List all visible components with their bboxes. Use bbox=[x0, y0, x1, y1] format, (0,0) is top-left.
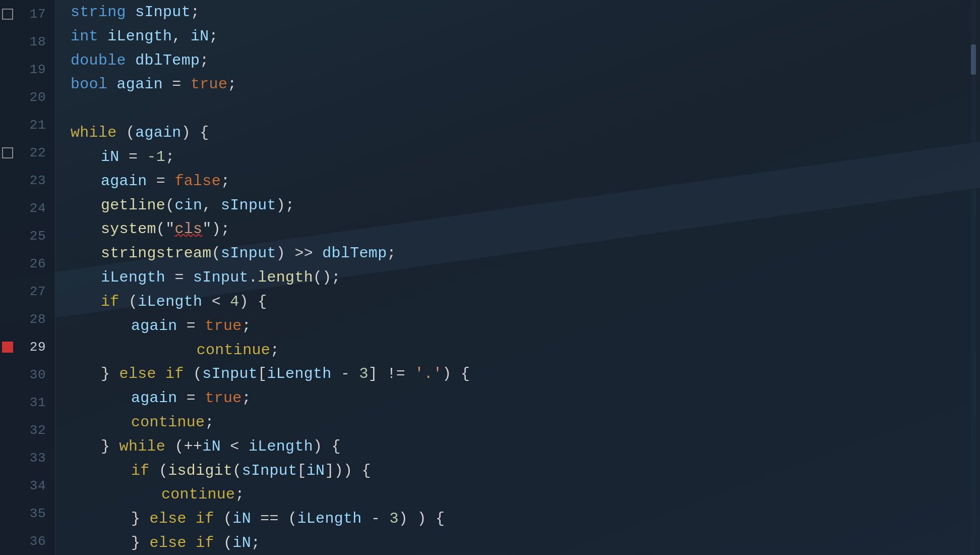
code-line-17: string sInput ; bbox=[71, 0, 980, 24]
token-continue-1: continue bbox=[197, 342, 270, 359]
code-line-26: system ( "cls" ); bbox=[71, 217, 980, 241]
code-line-22: while ( again ) { bbox=[71, 121, 980, 145]
code-line-23: iN = -1 ; bbox=[71, 145, 980, 169]
token-again-2: again bbox=[135, 124, 181, 141]
token-if-2: if bbox=[131, 462, 150, 479]
token-iN-5: iN bbox=[232, 510, 251, 527]
token-again-4: again bbox=[131, 317, 177, 335]
line-17: 17 bbox=[0, 0, 55, 28]
token-again-5: again bbox=[131, 390, 177, 407]
line-36: 36 bbox=[0, 527, 55, 555]
line-19: 19 bbox=[0, 56, 55, 83]
token-iLength: iLength bbox=[107, 28, 172, 45]
code-line-31: continue ; bbox=[71, 338, 980, 362]
line-20: 20 bbox=[0, 83, 55, 111]
token-while-2: while bbox=[119, 438, 166, 455]
token-iN-6: iN bbox=[232, 534, 251, 551]
token-sInput-5: sInput bbox=[202, 365, 258, 382]
token-bool: bool bbox=[71, 76, 107, 93]
token-continue-3: continue bbox=[161, 486, 235, 503]
line-28: 28 bbox=[0, 305, 55, 333]
line-32: 32 bbox=[0, 416, 55, 444]
token-continue-2: continue bbox=[131, 414, 205, 431]
token-iN: iN bbox=[191, 28, 209, 45]
code-line-24: again = false ; bbox=[71, 169, 980, 193]
token-iN-4: iN bbox=[307, 462, 325, 479]
bookmark-22 bbox=[2, 147, 13, 158]
token-else-2: else bbox=[150, 534, 187, 551]
line-27: 27 bbox=[0, 278, 55, 305]
line-number-gutter: 17 18 19 20 21 22 23 24 25 26 27 bbox=[0, 0, 55, 555]
token-true-1: true bbox=[191, 76, 227, 93]
token-sInput-2: sInput bbox=[221, 197, 276, 214]
editor-container: 17 18 19 20 21 22 23 24 25 26 27 bbox=[0, 0, 980, 555]
token-3b: 3 bbox=[390, 510, 399, 527]
token-4: 4 bbox=[230, 293, 239, 310]
token-if-1: if bbox=[101, 293, 119, 310]
token-cls: cls bbox=[174, 220, 202, 238]
line-25: 25 bbox=[0, 222, 55, 250]
token-int: int bbox=[71, 28, 98, 45]
code-line-34: continue ; bbox=[71, 410, 980, 434]
line-29: 29 bbox=[0, 333, 55, 361]
token-iN-2: iN bbox=[101, 148, 119, 165]
token-dblTemp: dblTemp bbox=[135, 52, 200, 69]
code-line-36: if ( isdigit ( sInput [ iN ])) { bbox=[71, 459, 980, 483]
breakpoint-29[interactable] bbox=[2, 342, 13, 353]
token-system: system bbox=[101, 220, 156, 238]
token-sInput-3: sInput bbox=[221, 245, 276, 262]
token-length: length bbox=[258, 269, 313, 286]
token-iLength-5: iLength bbox=[249, 438, 313, 455]
code-line-19: double dblTemp ; bbox=[71, 48, 980, 73]
code-line-38: } else if ( iN == ( iLength - 3 ) ) { bbox=[71, 507, 980, 531]
token-string: string bbox=[71, 4, 126, 21]
token-double: double bbox=[71, 52, 126, 69]
code-line-39: } else if ( iN ; bbox=[71, 531, 980, 555]
code-line-37: continue ; bbox=[71, 483, 980, 507]
code-line-21 bbox=[71, 96, 980, 121]
line-22: 22 bbox=[0, 139, 55, 166]
line-33: 33 bbox=[0, 444, 55, 472]
token-true-3: true bbox=[205, 390, 241, 407]
token-getline: getline bbox=[101, 197, 165, 214]
line-30: 30 bbox=[0, 361, 55, 388]
code-line-20: bool again = true ; bbox=[71, 72, 980, 96]
line-26: 26 bbox=[0, 250, 55, 278]
token-iLength-6: iLength bbox=[297, 510, 361, 527]
token-again-3: again bbox=[101, 173, 147, 190]
token-else-if-1: else if bbox=[119, 365, 184, 382]
line-23: 23 bbox=[0, 166, 55, 194]
token-sInput-6: sInput bbox=[242, 462, 297, 479]
token-sInput: sInput bbox=[135, 4, 191, 21]
token-dblTemp-2: dblTemp bbox=[322, 245, 387, 262]
code-line-28: iLength = sInput . length (); bbox=[71, 265, 980, 290]
line-34: 34 bbox=[0, 472, 55, 500]
token-dot-char: '.' bbox=[414, 365, 442, 382]
token-iN-3: iN bbox=[202, 438, 221, 455]
line-18: 18 bbox=[0, 28, 55, 56]
line-31: 31 bbox=[0, 388, 55, 416]
line-21: 21 bbox=[0, 111, 55, 139]
token-stringstream: stringstream bbox=[101, 245, 212, 262]
token-again-1: again bbox=[117, 76, 163, 93]
code-line-25: getline ( cin , sInput ); bbox=[71, 193, 980, 217]
token-while-1: while bbox=[71, 124, 117, 141]
code-line-18: int iLength , iN ; bbox=[71, 24, 980, 48]
code-line-35: } while (++ iN < iLength ) { bbox=[71, 434, 980, 459]
token-true-2: true bbox=[205, 317, 241, 335]
code-area[interactable]: string sInput ; int iLength , iN ; doubl… bbox=[55, 0, 980, 555]
token-3: 3 bbox=[359, 365, 369, 382]
code-line-30: again = true ; bbox=[71, 314, 980, 338]
code-line-27: stringstream ( sInput ) >> dblTemp ; bbox=[71, 241, 980, 265]
scrollbar-thumb[interactable] bbox=[971, 44, 976, 75]
code-line-29: if ( iLength < 4 ) { bbox=[71, 290, 980, 314]
token-neg1: -1 bbox=[147, 148, 166, 165]
scrollbar-track[interactable] bbox=[971, 0, 976, 555]
line-24: 24 bbox=[0, 194, 55, 222]
token-iLength-2: iLength bbox=[101, 269, 165, 286]
bookmark-17 bbox=[2, 9, 13, 20]
code-line-32: } else if ( sInput [ iLength - 3 ] != '.… bbox=[71, 362, 980, 386]
code-line-33: again = true ; bbox=[71, 386, 980, 410]
token-iLength-4: iLength bbox=[267, 365, 331, 382]
token-sInput-4: sInput bbox=[193, 269, 249, 286]
